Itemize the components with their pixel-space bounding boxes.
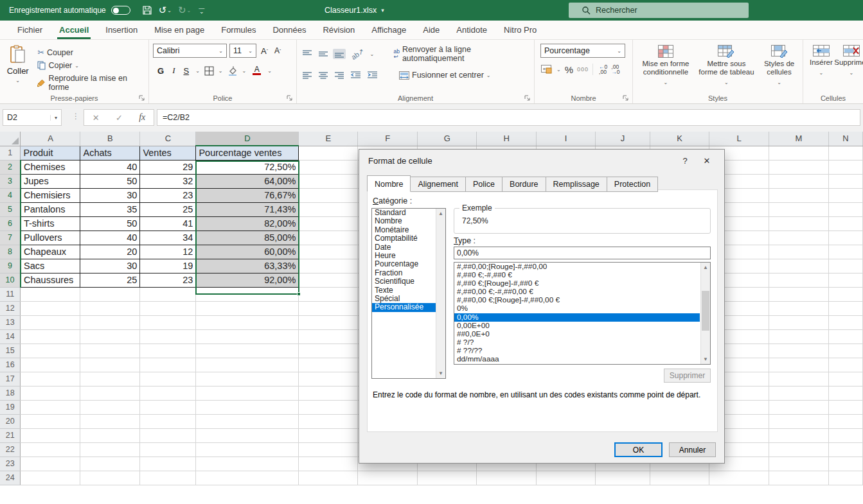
ribbon-tab-mise-en-page[interactable]: Mise en page: [146, 21, 213, 39]
cell-A18[interactable]: [21, 386, 80, 400]
cell-N3[interactable]: [828, 174, 862, 188]
cell-C8[interactable]: 12: [140, 245, 196, 259]
number-format-combobox[interactable]: Pourcentage⌄: [540, 44, 625, 58]
align-middle-icon[interactable]: [317, 49, 330, 59]
percent-style-button[interactable]: %: [565, 64, 573, 75]
cell-D19[interactable]: [196, 400, 299, 414]
cell-E12[interactable]: [299, 301, 358, 315]
cell-M12[interactable]: [769, 301, 828, 315]
cell-M7[interactable]: [769, 230, 828, 245]
cell-N21[interactable]: [828, 428, 862, 442]
cell-E6[interactable]: [299, 216, 358, 230]
cell-N5[interactable]: [828, 202, 862, 216]
cell-D22[interactable]: [196, 442, 299, 456]
cell-D24[interactable]: [196, 471, 299, 485]
cell-D4[interactable]: 76,67%: [196, 188, 299, 202]
cell-B19[interactable]: [80, 400, 140, 414]
cell-A11[interactable]: [21, 287, 80, 301]
font-family-combobox[interactable]: Calibri⌄: [153, 44, 227, 58]
dialog-help-button[interactable]: ?: [674, 152, 696, 169]
cell-B24[interactable]: [80, 471, 140, 485]
cell-K24[interactable]: [650, 471, 709, 485]
delete-cells-button[interactable]: Supprimer ⌄: [837, 44, 863, 92]
cell-E17[interactable]: [299, 372, 358, 386]
cell-N8[interactable]: [828, 245, 862, 259]
column-header-G[interactable]: G: [418, 132, 477, 146]
enter-entry-icon[interactable]: ✓: [116, 113, 123, 123]
row-header-8[interactable]: 8: [0, 245, 21, 259]
cell-M21[interactable]: [769, 428, 828, 442]
cell-A2[interactable]: Chemises: [21, 160, 80, 174]
cell-D20[interactable]: [196, 414, 299, 428]
scroll-down-icon[interactable]: ▼: [701, 354, 710, 364]
row-header-6[interactable]: 6: [0, 216, 21, 230]
cell-C16[interactable]: [140, 358, 196, 372]
cell-C9[interactable]: 19: [140, 259, 196, 273]
bold-button[interactable]: G: [156, 65, 166, 77]
dialog-tab-bordure[interactable]: Bordure: [502, 177, 546, 192]
insert-function-icon[interactable]: fx: [139, 112, 145, 123]
cell-M15[interactable]: [769, 343, 828, 358]
conditional-formatting-button[interactable]: Mise en forme conditionnelle ⌄: [637, 44, 695, 92]
comma-style-button[interactable]: 000: [577, 66, 589, 73]
row-header-11[interactable]: 11: [0, 287, 21, 301]
cell-A12[interactable]: [21, 301, 80, 315]
cell-C1[interactable]: Ventes: [140, 146, 196, 160]
column-header-H[interactable]: H: [477, 132, 537, 146]
cell-I24[interactable]: [537, 471, 596, 485]
cell-B14[interactable]: [80, 329, 140, 343]
cell-D5[interactable]: 71,43%: [196, 202, 299, 216]
cell-N14[interactable]: [828, 329, 862, 343]
cell-C22[interactable]: [140, 442, 196, 456]
fill-color-chevron-icon[interactable]: ⌄: [242, 68, 247, 74]
cell-E10[interactable]: [299, 273, 358, 287]
row-header-4[interactable]: 4: [0, 188, 21, 202]
cell-C23[interactable]: [140, 456, 196, 471]
cell-N7[interactable]: [828, 230, 862, 245]
format-as-table-button[interactable]: Mettre sous forme de tableau ⌄: [696, 44, 757, 92]
cell-N19[interactable]: [828, 400, 862, 414]
undo-button[interactable]: ↺⌄: [159, 4, 172, 16]
decrease-indent-icon[interactable]: [349, 70, 362, 80]
cell-C10[interactable]: 23: [140, 273, 196, 287]
copy-button[interactable]: Copier ⌄: [35, 60, 146, 71]
italic-button[interactable]: I: [170, 64, 177, 77]
row-header-12[interactable]: 12: [0, 301, 21, 315]
cell-A20[interactable]: [21, 414, 80, 428]
cell-A9[interactable]: Sacs: [21, 259, 80, 273]
cell-E2[interactable]: [299, 160, 358, 174]
ok-button[interactable]: OK: [614, 442, 663, 457]
font-dialog-launcher[interactable]: [287, 95, 293, 101]
cell-E20[interactable]: [299, 414, 358, 428]
cell-A13[interactable]: [21, 315, 80, 329]
column-header-A[interactable]: A: [21, 132, 80, 146]
font-color-button[interactable]: A: [251, 65, 263, 76]
cell-C21[interactable]: [140, 428, 196, 442]
cell-styles-button[interactable]: Styles de cellules ⌄: [758, 44, 800, 92]
cell-A5[interactable]: Pantalons: [21, 202, 80, 216]
cell-N23[interactable]: [828, 456, 862, 471]
cell-C12[interactable]: [140, 301, 196, 315]
align-bottom-icon[interactable]: [333, 49, 346, 59]
dialog-close-button[interactable]: ✕: [696, 152, 718, 169]
cell-N17[interactable]: [828, 372, 862, 386]
cell-A6[interactable]: T-shirts: [21, 216, 80, 230]
row-header-5[interactable]: 5: [0, 202, 21, 216]
cell-A24[interactable]: [21, 471, 80, 485]
ribbon-tab-insertion[interactable]: Insertion: [97, 21, 146, 39]
column-header-N[interactable]: N: [828, 132, 862, 146]
dialog-tab-police[interactable]: Police: [465, 177, 503, 192]
category-option[interactable]: Spécial: [372, 295, 445, 303]
cancel-button[interactable]: Annuler: [669, 442, 716, 457]
autosave-toggle[interactable]: [111, 6, 130, 15]
cell-B13[interactable]: [80, 315, 140, 329]
underline-chevron-icon[interactable]: ⌄: [195, 68, 200, 74]
save-icon[interactable]: [142, 5, 152, 15]
cell-M9[interactable]: [769, 259, 828, 273]
cell-B21[interactable]: [80, 428, 140, 442]
accounting-format-icon[interactable]: ¤: [541, 65, 553, 74]
row-header-15[interactable]: 15: [0, 343, 21, 358]
cell-B22[interactable]: [80, 442, 140, 456]
cell-A3[interactable]: Jupes: [21, 174, 80, 188]
cell-D9[interactable]: 63,33%: [196, 259, 299, 273]
